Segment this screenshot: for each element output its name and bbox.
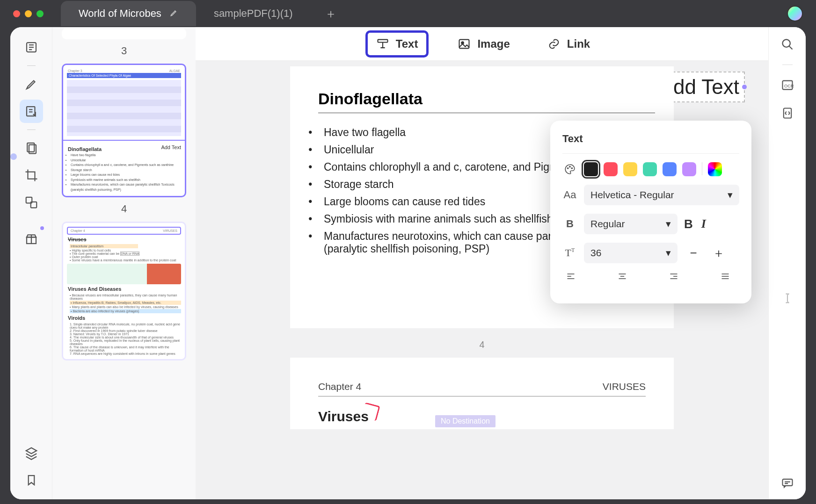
tool-label: Link — [567, 37, 590, 50]
edit-text-button[interactable] — [20, 100, 43, 123]
app-logo-icon — [787, 6, 803, 22]
text-cursor-button[interactable] — [780, 290, 795, 306]
topic-label: VIRUSES — [603, 381, 646, 392]
tabs: World of Microbes samplePDF(1)(1) ＋ — [61, 0, 337, 27]
bookmark-button[interactable] — [20, 468, 43, 492]
color-swatch-teal[interactable] — [643, 162, 657, 176]
svg-point-10 — [568, 168, 568, 169]
align-right-button[interactable] — [667, 272, 686, 283]
thumb-chapter: Chapter 4 — [71, 229, 85, 232]
page-heading: Dinoflagellata — [318, 90, 655, 113]
convert-button[interactable] — [780, 105, 795, 121]
thumbnail-page-4[interactable]: Chapter 3 ALGAE Characteristics Of Selec… — [62, 64, 186, 197]
thumb-bullets: Have two flagella Unicellular Contains c… — [67, 153, 181, 192]
comments-button[interactable] — [780, 475, 795, 491]
thumbnail-page-3[interactable] — [62, 28, 186, 39]
panel-title: Text — [562, 133, 739, 145]
thumbnail-label: 4 — [62, 203, 186, 215]
page-manage-button[interactable] — [20, 137, 43, 160]
tab-samplepdf[interactable]: samplePDF(1)(1) — [196, 1, 311, 26]
thumbnail-label: 3 — [62, 45, 186, 57]
close-window-button[interactable] — [13, 10, 20, 17]
italic-button[interactable]: I — [701, 217, 706, 231]
font-family-value: Helvetica - Regular — [590, 189, 674, 201]
ocr-button[interactable]: OCR — [780, 77, 795, 93]
tool-label: Text — [396, 37, 418, 50]
insert-link-button[interactable]: Link — [539, 33, 598, 55]
insert-toolbar: Text Image Link — [196, 27, 768, 61]
svg-point-12 — [571, 168, 572, 169]
thumb-h3: Viroids — [68, 315, 180, 321]
no-destination-badge: No Destination — [435, 415, 495, 427]
weight-icon: B — [562, 218, 577, 230]
insert-text-button[interactable]: Text — [365, 30, 429, 58]
minimize-window-button[interactable] — [25, 10, 32, 17]
svg-rect-8 — [459, 39, 469, 48]
font-family-select[interactable]: Helvetica - Regular ▾ — [584, 185, 739, 205]
thumb-table — [67, 80, 181, 136]
color-swatch-red[interactable] — [604, 162, 618, 176]
highlighter-button[interactable] — [20, 72, 43, 96]
gift-button[interactable] — [20, 227, 43, 251]
insert-image-button[interactable]: Image — [449, 33, 518, 55]
svg-rect-17 — [782, 479, 792, 486]
bold-button[interactable]: B — [684, 217, 693, 231]
thumb-section-title: Dinoflagellata — [68, 146, 102, 152]
divider — [27, 130, 36, 130]
right-toolbar: OCR — [768, 27, 806, 499]
tab-world-of-microbes[interactable]: World of Microbes — [61, 1, 196, 26]
svg-point-13 — [782, 40, 790, 47]
font-weight-value: Regular — [590, 218, 625, 230]
tab-label: samplePDF(1)(1) — [214, 7, 293, 20]
color-swatch-purple[interactable] — [682, 162, 696, 176]
font-weight-select[interactable]: Regular ▾ — [584, 214, 678, 234]
reader-mode-button[interactable] — [20, 36, 43, 59]
align-justify-button[interactable] — [719, 272, 737, 283]
chevron-down-icon: ▾ — [666, 247, 671, 259]
size-decrease-button[interactable]: − — [684, 244, 703, 262]
size-increase-button[interactable]: ＋ — [709, 244, 728, 262]
thumb-table-title: Characteristics Of Selected Phyla Of Alg… — [67, 73, 181, 78]
left-toolbar — [10, 27, 52, 499]
palette-icon — [562, 163, 577, 175]
titlebar: World of Microbes samplePDF(1)(1) ＋ — [0, 0, 816, 27]
thumbnail-page-5[interactable]: Chapter 4 VIRUSES Viruses Intracellular … — [62, 222, 186, 360]
thumb-topic: VIRUSES — [163, 229, 177, 232]
size-icon: TT — [562, 247, 577, 259]
app-body: 3 Chapter 3 ALGAE Characteristics Of Sel… — [10, 27, 806, 499]
thumb-h2: Viruses And Diseases — [68, 286, 180, 292]
chapter-label: Chapter 4 — [318, 381, 361, 392]
pencil-icon — [170, 8, 178, 19]
main-area: Text Image Link Add Text Dinoflagellata — [196, 27, 768, 499]
svg-point-11 — [569, 166, 570, 167]
tab-label: World of Microbes — [79, 7, 161, 20]
compare-button[interactable] — [20, 191, 43, 214]
thumb-h1: Viruses — [68, 237, 180, 242]
svg-rect-7 — [378, 39, 387, 42]
font-size-select[interactable]: 36 ▾ — [584, 243, 678, 263]
color-swatch-black[interactable] — [584, 162, 598, 176]
chevron-down-icon: ▾ — [728, 189, 733, 201]
page-5: Chapter 4 VIRUSES Viruses No Destination — [290, 358, 674, 429]
svg-text:OCR: OCR — [784, 84, 794, 88]
crop-button[interactable] — [20, 164, 43, 187]
thumb-chapter: Chapter 3 — [68, 69, 82, 72]
color-swatch-yellow[interactable] — [623, 162, 637, 176]
divider — [27, 65, 36, 66]
font-icon: Aa — [562, 189, 577, 201]
maximize-window-button[interactable] — [36, 10, 44, 17]
thumb-addtext: Add Text — [161, 144, 181, 150]
thumb-topic: ALGAE — [169, 69, 180, 72]
layers-button[interactable] — [20, 441, 43, 465]
tool-label: Image — [477, 37, 510, 50]
rail-indicator — [10, 153, 17, 160]
text-properties-panel: Text Aa He — [550, 121, 751, 303]
window-controls — [0, 10, 44, 17]
add-tab-button[interactable]: ＋ — [325, 6, 337, 22]
align-left-button[interactable] — [564, 272, 583, 283]
search-button[interactable] — [780, 36, 795, 52]
align-center-button[interactable] — [616, 272, 634, 283]
color-picker-button[interactable] — [708, 162, 722, 176]
color-swatch-blue[interactable] — [663, 162, 677, 176]
font-size-value: 36 — [590, 247, 601, 259]
